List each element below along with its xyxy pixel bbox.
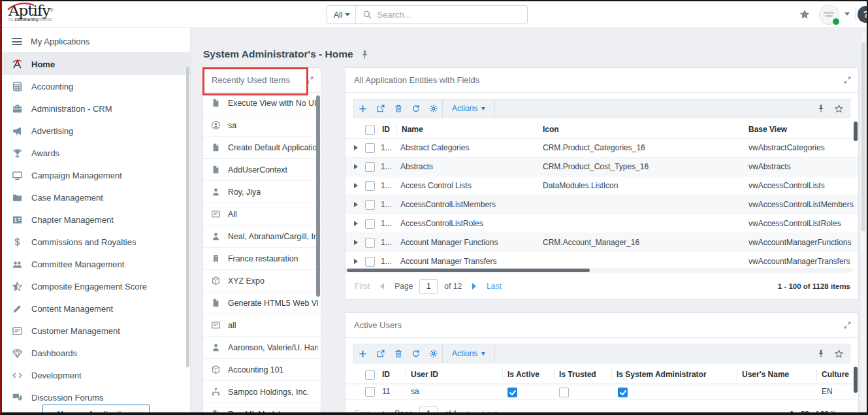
recent-list-scrollbar[interactable] <box>316 95 320 297</box>
list-item[interactable]: Run ML Model <box>203 403 321 412</box>
pager-next-icon[interactable] <box>472 283 476 290</box>
row-checkbox[interactable] <box>365 162 375 172</box>
column-header-culture[interactable]: Culture <box>822 365 849 384</box>
pin-view-icon[interactable] <box>816 104 826 113</box>
is-system-administrator-checkbox[interactable] <box>618 388 628 397</box>
pager-first[interactable]: First <box>355 282 370 291</box>
table-row[interactable]: 1...Abstract Categories CRM.Product_Cate… <box>346 139 858 158</box>
refresh-button[interactable] <box>407 99 425 118</box>
add-button[interactable] <box>354 99 372 118</box>
settings-gear-button[interactable] <box>425 99 442 118</box>
sidebar-item-accounting[interactable]: Accounting <box>2 75 190 97</box>
actions-dropdown[interactable]: Actions <box>443 344 494 363</box>
list-item[interactable]: France restauration <box>203 248 321 270</box>
row-checkbox[interactable] <box>365 238 375 248</box>
pin-icon[interactable] <box>360 50 370 59</box>
sidebar-item-awards[interactable]: Awards <box>2 142 190 164</box>
select-all-checkbox[interactable] <box>365 370 375 380</box>
delete-button[interactable] <box>389 99 407 118</box>
sidebar-item-administration-crm[interactable]: Administration - CRM <box>2 97 190 120</box>
favorite-star-icon[interactable] <box>834 349 844 359</box>
pin-view-icon[interactable] <box>816 349 826 358</box>
sidebar-item-customer-management[interactable]: Customer Management <box>2 320 190 342</box>
table-row[interactable]: 1...Account Manager Functions CRM.Accoun… <box>346 233 858 252</box>
vertical-scrollbar[interactable] <box>854 367 858 393</box>
column-header-icon[interactable]: Icon <box>543 120 559 139</box>
table-row[interactable]: 1...Access Control Lists DataModules.Lis… <box>346 176 858 195</box>
table-row[interactable]: 11 sa EN <box>346 384 858 400</box>
column-header-id[interactable]: ID <box>382 365 390 384</box>
sidebar-item-advertising[interactable]: Advertising <box>2 120 190 142</box>
open-record-button[interactable] <box>372 99 389 118</box>
pager-prev-icon[interactable] <box>380 410 384 412</box>
user-avatar[interactable] <box>819 5 839 25</box>
sidebar-item-dashboards[interactable]: Dashboards <box>2 342 190 364</box>
sidebar-scrollbar[interactable] <box>186 67 189 367</box>
settings-gear-button[interactable] <box>425 344 442 363</box>
list-item[interactable]: Roy, Jiya <box>203 181 321 203</box>
actions-dropdown[interactable]: Actions <box>443 99 494 118</box>
list-item[interactable]: Aaronson, Valerie/U. Hardwick ... <box>203 337 321 359</box>
row-expander-icon[interactable] <box>354 221 358 226</box>
add-button[interactable] <box>354 344 372 363</box>
pager-last[interactable]: Last <box>482 409 497 412</box>
row-expander-icon[interactable] <box>354 259 358 264</box>
favorite-star-icon[interactable] <box>834 104 844 114</box>
column-header-id[interactable]: ID <box>382 120 390 139</box>
my-applications-header[interactable]: My Applications <box>2 31 190 53</box>
profile-chevron-down-icon[interactable] <box>844 12 850 16</box>
table-row[interactable]: 1...Abstracts CRM.Product_Cost_Types_16v… <box>346 158 858 176</box>
open-record-button[interactable] <box>372 344 389 363</box>
column-header-users-name[interactable]: User's Name <box>742 365 789 384</box>
favorites-star-icon[interactable] <box>799 8 811 20</box>
row-expander-icon[interactable] <box>354 145 358 150</box>
row-expander-icon[interactable] <box>354 240 358 245</box>
list-item[interactable]: Accounting 101 <box>203 359 321 381</box>
is-active-checkbox[interactable] <box>507 388 517 397</box>
list-item[interactable]: All <box>203 203 321 225</box>
pager-first[interactable]: First <box>355 409 370 412</box>
row-checkbox[interactable] <box>365 219 375 229</box>
row-checkbox[interactable] <box>365 387 375 397</box>
column-header-is-system-administrator[interactable]: Is System Administrator <box>617 365 707 384</box>
list-item[interactable]: Create Default Application Serv... <box>203 137 321 159</box>
page-scrollbar[interactable] <box>861 33 866 412</box>
sidebar-item-committee-management[interactable]: Committee Management <box>2 253 190 275</box>
column-header-base-view[interactable]: Base View <box>748 120 787 139</box>
sidebar-item-case-management[interactable]: Case Management <box>2 186 190 208</box>
row-expander-icon[interactable] <box>354 183 358 188</box>
table-row[interactable]: 1...AccessControlListMembers vwAccessCon… <box>346 195 858 214</box>
sidebar-item-campaign-management[interactable]: Campaign Management <box>2 164 190 186</box>
column-header-user-id[interactable]: User ID <box>411 365 438 384</box>
vertical-scrollbar[interactable] <box>854 122 858 141</box>
column-header-name[interactable]: Name <box>402 120 423 139</box>
pager-next-icon[interactable] <box>468 410 472 412</box>
page-number-input[interactable] <box>419 279 438 294</box>
list-item[interactable]: Execute View with No UI <box>203 92 321 114</box>
table-row[interactable]: 1...AccessControlListRoles vwAccessContr… <box>346 214 858 233</box>
list-item[interactable]: Generate HTML5 Web View Me... <box>203 292 321 314</box>
sidebar-item-commissions-royalties[interactable]: Commissions and Royalties <box>2 231 190 253</box>
list-item[interactable]: Sampco Holdings, Inc. <box>203 381 321 403</box>
aptify-logo[interactable]: Aptify® by communitybrands <box>8 3 67 26</box>
search-scope-dropdown[interactable]: All <box>327 6 356 24</box>
row-checkbox[interactable] <box>365 143 375 153</box>
list-item[interactable]: Neal, Abraham/Cargill, Incorpo... <box>203 225 321 248</box>
sidebar-item-home[interactable]: Home <box>2 53 190 75</box>
delete-button[interactable] <box>389 344 407 363</box>
refresh-button[interactable] <box>407 344 425 363</box>
pager-prev-icon[interactable] <box>380 283 384 290</box>
column-header-is-active[interactable]: Is Active <box>507 365 539 384</box>
expand-icon[interactable] <box>843 321 852 329</box>
sidebar-item-content-management[interactable]: Content Management <box>2 297 190 320</box>
sidebar-item-chapter-management[interactable]: Chapter Management <box>2 208 190 231</box>
row-checkbox[interactable] <box>365 257 375 267</box>
sidebar-item-development[interactable]: Development <box>2 364 190 386</box>
row-checkbox[interactable] <box>365 181 375 191</box>
list-item[interactable]: all <box>203 314 321 337</box>
horizontal-scrollbar[interactable] <box>346 268 852 273</box>
row-checkbox[interactable] <box>365 200 375 210</box>
page-number-input[interactable] <box>419 407 438 413</box>
row-expander-icon[interactable] <box>354 164 358 169</box>
select-all-checkbox[interactable] <box>365 125 375 135</box>
